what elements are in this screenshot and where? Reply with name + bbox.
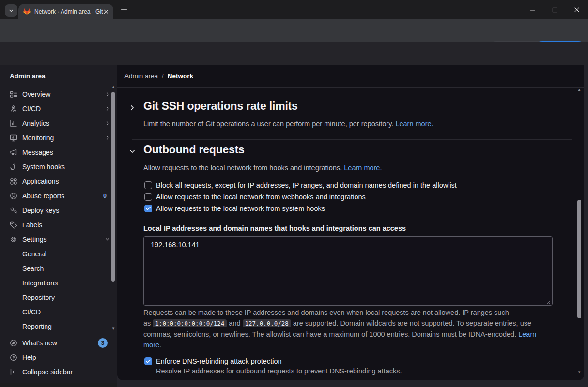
dns-rebinding-checkbox[interactable] bbox=[144, 357, 152, 365]
apps-grid-icon bbox=[10, 178, 17, 185]
breadcrumb-divider bbox=[117, 87, 584, 88]
scroll-down-icon[interactable]: ▼ bbox=[577, 371, 581, 374]
sidebar-item-overview[interactable]: Overview bbox=[0, 87, 117, 102]
allow-system-hooks-label[interactable]: Allow requests to the local network from… bbox=[156, 204, 325, 213]
sidebar-item-settings-integrations[interactable]: Integrations bbox=[0, 276, 117, 290]
allow-webhooks-row: Allow requests to the local network from… bbox=[144, 193, 366, 202]
git-ssh-expand-button[interactable] bbox=[128, 104, 137, 112]
sidebar-item-messages[interactable]: Messages bbox=[0, 145, 117, 160]
sidebar-item-monitoring[interactable]: Monitoring bbox=[0, 131, 117, 145]
textarea-resize-handle[interactable] bbox=[545, 299, 551, 305]
git-ssh-section-title: Git SSH operations rate limits bbox=[143, 100, 298, 113]
close-button[interactable] bbox=[566, 0, 588, 19]
block-all-requests-label[interactable]: Block all requests, except for IP addres… bbox=[156, 181, 457, 190]
ip-range-example-2: 127.0.0.0/28 bbox=[243, 319, 291, 327]
browser-toolbar: gitlab.shutils.duckdns.org/admin/applica… bbox=[0, 19, 588, 42]
tab-close-icon[interactable] bbox=[103, 8, 109, 15]
breadcrumb: Admin area / Network bbox=[124, 65, 193, 87]
sidebar-item-settings-reporting[interactable]: Reporting bbox=[0, 319, 117, 334]
chart-icon bbox=[10, 119, 17, 127]
maximize-icon bbox=[552, 7, 558, 13]
abuse-reports-badge: 0 bbox=[103, 193, 107, 199]
gitlab-favicon bbox=[23, 8, 31, 15]
dns-rebinding-label[interactable]: Enforce DNS-rebinding attack protection bbox=[156, 357, 282, 366]
chevron-right-icon bbox=[129, 104, 136, 111]
chevron-right-icon bbox=[105, 91, 110, 97]
browser-window: Network · Admin area · GitLab bbox=[0, 0, 588, 387]
admin-sidebar: Admin area Overview CI/CD Analytics Moni… bbox=[0, 65, 117, 383]
allowlist-textarea[interactable]: 192.168.10.141 bbox=[143, 236, 553, 306]
sidebar-item-cicd[interactable]: CI/CD bbox=[0, 102, 117, 116]
new-tab-button[interactable] bbox=[120, 6, 128, 15]
key-icon bbox=[10, 207, 17, 214]
sidebar-scroll-thumb[interactable] bbox=[111, 92, 115, 282]
sidebar-footer: What's new 3 Help Collapse sidebar bbox=[0, 336, 117, 379]
sidebar-item-settings-search[interactable]: Search bbox=[0, 261, 117, 276]
browser-tab[interactable]: Network · Admin area · GitLab bbox=[18, 4, 113, 19]
dns-rebinding-description: Resolve IP addresses for outbound reques… bbox=[156, 367, 402, 375]
allow-webhooks-label[interactable]: Allow requests to the local network from… bbox=[156, 193, 366, 202]
allow-system-hooks-checkbox[interactable] bbox=[144, 205, 152, 212]
tab-search-button[interactable] bbox=[5, 4, 17, 17]
breadcrumb-admin-area[interactable]: Admin area bbox=[124, 73, 158, 80]
minimize-button[interactable] bbox=[521, 0, 543, 19]
chevron-down-icon bbox=[105, 237, 110, 242]
sidebar-item-analytics[interactable]: Analytics bbox=[0, 116, 117, 131]
allow-webhooks-checkbox[interactable] bbox=[144, 193, 152, 201]
scroll-down-icon[interactable]: ▼ bbox=[111, 327, 115, 331]
sidebar-collapse-button[interactable]: Collapse sidebar bbox=[0, 365, 117, 379]
sidebar-item-settings[interactable]: Settings bbox=[0, 232, 117, 247]
scroll-up-icon[interactable]: ▲ bbox=[577, 88, 581, 92]
block-all-requests-checkbox[interactable] bbox=[144, 181, 152, 189]
sidebar-item-settings-repository[interactable]: Repository bbox=[0, 290, 117, 305]
sidebar-item-settings-cicd[interactable]: CI/CD bbox=[0, 305, 117, 319]
browser-titlebar: Network · Admin area · GitLab bbox=[0, 0, 588, 19]
sidebar-item-abuse-reports[interactable]: Abuse reports 0 bbox=[0, 189, 117, 203]
chevron-right-icon bbox=[105, 106, 110, 112]
megaphone-icon bbox=[10, 149, 17, 156]
question-circle-icon bbox=[10, 354, 17, 361]
allowlist-help-text: Requests can be made to these IP address… bbox=[143, 307, 550, 350]
window-controls bbox=[521, 0, 588, 19]
maximize-button[interactable] bbox=[543, 0, 566, 19]
label-tag-icon bbox=[10, 221, 17, 229]
sidebar-item-applications[interactable]: Applications bbox=[0, 174, 117, 189]
collapse-sidebar-icon bbox=[10, 368, 17, 376]
ip-range-example-1: 1:0:0:0:0:0:0:0/124 bbox=[153, 319, 227, 327]
dns-rebinding-row: Enforce DNS-rebinding attack protection bbox=[144, 357, 282, 366]
breadcrumb-separator: / bbox=[162, 73, 164, 80]
sidebar-item-system-hooks[interactable]: System hooks bbox=[0, 160, 117, 174]
rocket-icon bbox=[10, 105, 17, 113]
content-scroll-thumb[interactable] bbox=[577, 200, 581, 318]
chevron-right-icon bbox=[105, 120, 110, 126]
outbound-collapse-button[interactable] bbox=[128, 147, 137, 156]
sidebar-item-settings-general[interactable]: General bbox=[0, 247, 117, 261]
sidebar-item-deploy-keys[interactable]: Deploy keys bbox=[0, 203, 117, 218]
scroll-up-icon[interactable]: ▲ bbox=[111, 85, 115, 89]
git-ssh-section-description: Limit the number of Git operations a use… bbox=[143, 119, 433, 129]
compass-icon bbox=[10, 339, 17, 347]
frown-face-icon bbox=[10, 192, 17, 200]
outbound-section-description: Allow requests to the local network from… bbox=[143, 163, 382, 173]
allow-system-hooks-row: Allow requests to the local network from… bbox=[144, 204, 325, 213]
sidebar-item-labels[interactable]: Labels bbox=[0, 218, 117, 232]
allowlist-field-label: Local IP addresses and domain names that… bbox=[143, 224, 406, 232]
outbound-section-title: Outbound requests bbox=[143, 143, 245, 156]
main-content-area: Admin area / Network Git SSH operations … bbox=[117, 65, 588, 387]
gitlab-topbar: Search or go to... / 0 0 0 Admin bbox=[0, 42, 588, 65]
breadcrumb-current: Network bbox=[168, 73, 193, 80]
overview-icon bbox=[10, 90, 17, 98]
sidebar-item-help[interactable]: Help bbox=[0, 350, 117, 365]
git-ssh-learn-more-link[interactable]: Learn more. bbox=[395, 120, 433, 128]
sidebar-footer-divider bbox=[2, 334, 115, 334]
settings-panel: Admin area / Network Git SSH operations … bbox=[117, 65, 584, 380]
sidebar-nav: Overview CI/CD Analytics Monitoring bbox=[0, 87, 117, 334]
whats-new-badge: 3 bbox=[98, 338, 108, 348]
sidebar-item-whats-new[interactable]: What's new 3 bbox=[0, 336, 117, 350]
close-icon bbox=[573, 6, 580, 13]
content-scrollbar[interactable]: ▲ ▼ bbox=[576, 65, 582, 380]
outbound-learn-more-link[interactable]: Learn more. bbox=[344, 164, 382, 172]
plus-icon bbox=[120, 6, 128, 14]
monitor-icon bbox=[10, 134, 17, 142]
chevron-down-icon bbox=[8, 8, 14, 14]
